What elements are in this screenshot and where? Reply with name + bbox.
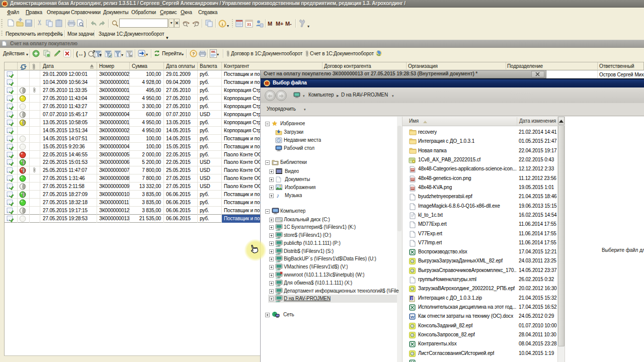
svg-text:W: W <box>411 315 415 319</box>
svg-text:1С: 1С <box>3 2 8 6</box>
svg-text:?: ? <box>192 51 195 56</box>
svg-text:XML: XML <box>211 51 215 53</box>
svg-text:2: 2 <box>411 297 413 300</box>
svg-text:1С: 1С <box>265 81 270 85</box>
svg-text:31: 31 <box>247 22 252 27</box>
